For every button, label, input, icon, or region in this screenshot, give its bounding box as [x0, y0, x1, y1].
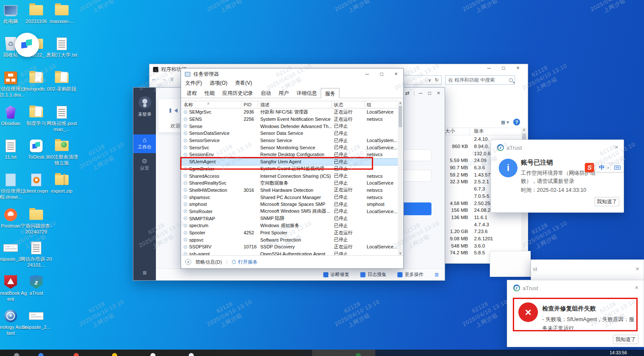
scroll-up-icon[interactable]: ∧ [521, 128, 527, 132]
column-size[interactable]: 大小 [443, 128, 470, 135]
more-actions-button[interactable]: 更多操作 [397, 271, 423, 278]
back-arrow-icon[interactable]: ← [151, 75, 157, 82]
menu-item[interactable]: 查看(V) [235, 80, 252, 87]
desktop-icon-folder-doc[interactable]: 002-采购阶段 [45, 70, 78, 92]
programs-search-box[interactable]: 在 程序和功能 中搜索 [445, 75, 515, 85]
scroll-up-icon[interactable]: ∧ [398, 101, 403, 105]
taskbar[interactable]: 14:33:56 [0, 350, 644, 356]
maximize-icon[interactable]: □ [496, 65, 511, 71]
sidebar-item-workbench[interactable]: ⌂ 工作台 [133, 134, 156, 153]
service-row-SfUemAgent[interactable]: SfUemAgentSangfor Uem Agent已停止 [181, 158, 399, 165]
column-pid[interactable]: PID [242, 101, 258, 108]
maximize-icon[interactable]: □ [426, 90, 433, 96]
taskbar-app-icon[interactable] [150, 353, 155, 356]
taskbar-app-icon[interactable] [112, 353, 117, 356]
forward-arrow-icon[interactable]: → [161, 75, 167, 82]
service-row-SharedAccess[interactable]: SharedAccessInternet Connection Sharing … [181, 172, 399, 179]
service-row-SensorDataService[interactable]: SensorDataServiceSensor Data Service已停止 [181, 130, 399, 137]
help-icon[interactable]: ? [513, 119, 520, 125]
collapse-details-icon[interactable]: ∧ [185, 259, 191, 265]
service-row-SEMgrSvc[interactable]: SEMgrSvc2936付款和 NFC/SE 管理器正在运行LocalServi… [181, 108, 399, 116]
column-status[interactable]: 状态 [332, 101, 365, 108]
minimize-icon[interactable]: ─ [360, 68, 374, 80]
service-row-SensrSvc[interactable]: SensrSvcSensor Monitoring Service已停止Loca… [181, 144, 399, 151]
taskbar-clock[interactable]: 14:33:56 [610, 350, 627, 355]
desktop-icon-textfile[interactable]: 奥斯汀大学.txt [45, 36, 78, 58]
service-row-SSDPSRV[interactable]: SSDPSRV10716SSDP Discovery正在运行LocalServi… [181, 243, 399, 251]
details-toggle-label[interactable]: 简略信息(D) [196, 259, 222, 265]
taskbar-app-icon[interactable] [38, 353, 43, 356]
tab-详细信息[interactable]: 详细信息 [293, 88, 321, 98]
refresh-icon[interactable]: ↻ [435, 77, 439, 83]
desktop-icon-folder-app[interactable]: 360注册表清理独立版 [45, 138, 78, 166]
program-row[interactable]: 548 MB3.6.0 [443, 242, 523, 249]
column-version[interactable]: 版本 [470, 128, 484, 135]
menu-item[interactable]: 文件(F) [185, 80, 202, 87]
minimize-icon[interactable]: ─ [482, 65, 496, 71]
service-row-SmsRouter[interactable]: SmsRouterMicrosoft Windows SMS 路由器...已停止… [181, 208, 399, 215]
desktop-icon-snapshot[interactable]: Snipaste_2... [20, 308, 53, 330]
program-row[interactable]: 1.20 GB7.23.6 [443, 228, 523, 235]
services-scrollbar[interactable]: ∧ ∨ [398, 101, 403, 256]
column-description[interactable]: 描述 [258, 101, 332, 108]
service-row-shpamsvc[interactable]: shpamsvcShared PC Account Manager已停止nets… [181, 194, 399, 201]
tab-应用历史记录[interactable]: 应用历史记录 [218, 88, 257, 98]
taskbar-app-icon[interactable] [189, 353, 194, 356]
scroll-down-icon[interactable]: ∨ [398, 251, 403, 255]
switch-account-icon[interactable]: ⇄ [404, 90, 411, 96]
ime-punctuation-icon[interactable]: •, [607, 165, 611, 170]
view-options-icon[interactable]: ▦ ▾ [501, 120, 509, 125]
open-services-link[interactable]: 打开服务 [232, 259, 258, 265]
program-row[interactable]: 136 MB11.6.1 [443, 214, 523, 221]
tab-用户[interactable]: 用户 [275, 88, 293, 98]
service-row-Spooler[interactable]: Spooler4252Print Spooler正在运行 [181, 229, 399, 236]
close-icon[interactable]: × [635, 265, 639, 272]
taskbar-app-icon[interactable] [356, 353, 361, 356]
taskbar-active-app[interactable] [312, 350, 375, 356]
taskbar-app-icon[interactable] [14, 353, 19, 356]
acknowledge-button[interactable]: 我知道了 [613, 335, 638, 344]
service-row-SensorService[interactable]: SensorServiceSensor Service已停止LocalSyste… [181, 137, 399, 144]
service-row-smphost[interactable]: smphostMicrosoft Storage Spaces SMP已停止sm… [181, 201, 399, 208]
scrollbar-thumb[interactable] [399, 106, 402, 127]
ime-language-toggle[interactable]: 中 [599, 164, 604, 171]
close-icon[interactable]: × [615, 143, 618, 151]
desktop-icon-zipfolder[interactable]: export.zip [45, 172, 78, 194]
menu-icon[interactable]: ≡ [133, 269, 156, 277]
column-group[interactable]: 组 [365, 101, 399, 108]
desktop-icon-folder[interactable]: 宁盾问题排查-20240729 [20, 207, 53, 235]
service-row-SharedRealitySvc[interactable]: SharedRealitySvc空间数据服务已停止LocalService [181, 179, 399, 187]
taskbar-app-icon[interactable] [74, 353, 79, 356]
service-row-SgrmBroker[interactable]: SgrmBrokerSystem Guard 运行时监视代理已停止 [181, 165, 399, 173]
program-row[interactable]: 9.08 MB2.6.1201 [443, 235, 523, 242]
acknowledge-button[interactable]: 我知道了 [595, 197, 619, 206]
minimize-icon[interactable]: ─ [417, 90, 424, 96]
diagnose-repair-button[interactable]: 诊断修复 [323, 271, 349, 278]
keyboard-icon[interactable] [614, 165, 621, 170]
service-row-ShellHWDetection[interactable]: ShellHWDetection3016Shell Hardware Detec… [181, 187, 399, 194]
service-row-SessionEnv[interactable]: SessionEnvRemote Desktop Configuration已停… [181, 151, 399, 158]
close-icon[interactable]: × [435, 90, 442, 96]
service-row-SENS[interactable]: SENS2256System Event Notification Servic… [181, 116, 399, 123]
service-row-spectrum[interactable]: spectrumWindows 感知服务已停止 [181, 222, 399, 229]
column-name[interactable]: 名称∧ [181, 101, 242, 108]
menu-item[interactable]: 选项(O) [210, 80, 227, 87]
nav-dropdown-icon[interactable]: ∨ [170, 75, 174, 82]
sogou-logo-icon[interactable]: S [585, 163, 594, 172]
tab-服务[interactable]: 服务 [321, 88, 339, 98]
close-icon[interactable]: × [511, 65, 525, 71]
desktop-icon-atrust[interactable]: zaTrust [20, 274, 53, 296]
list-panel-icon[interactable]: ≣ [434, 271, 439, 278]
desktop-icon-textfile[interactable]: 网信办培训-2024101... [20, 240, 53, 268]
close-icon[interactable]: × [635, 284, 638, 291]
address-bar-tail[interactable]: ∨ ↻ [403, 75, 442, 85]
desktop-icon-folder[interactable]: maoxian-... [45, 3, 78, 25]
tab-启动[interactable]: 启动 [257, 88, 275, 98]
program-row[interactable]: 4.7.4.3 [443, 221, 523, 228]
desktop-icon-textfile[interactable]: 网络运维.postman_... [45, 105, 78, 132]
maximize-icon[interactable]: □ [374, 68, 389, 80]
service-row-sppsvc[interactable]: sppsvcSoftware Protection已停止 [181, 236, 399, 243]
service-row-Sense[interactable]: SenseWindows Defender Advanced Th...已停止 [181, 122, 399, 130]
service-row-SNMPTRAP[interactable]: SNMPTRAPSNMP 陷阱已停止 [181, 215, 399, 222]
close-icon[interactable]: × [389, 68, 403, 80]
